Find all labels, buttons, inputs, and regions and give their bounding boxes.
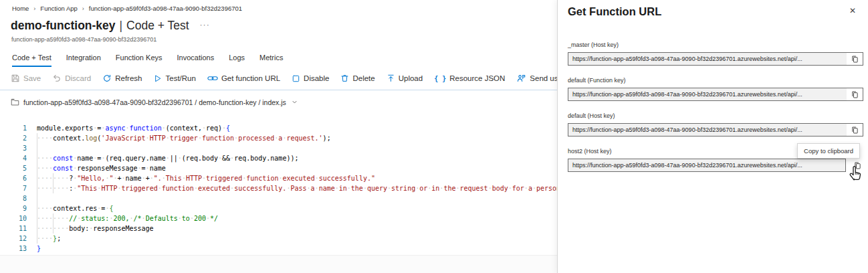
delete-button[interactable]: Delete — [340, 74, 374, 83]
discard-button: Discard — [52, 74, 91, 83]
line-number: 9 — [0, 203, 27, 213]
refresh-button[interactable]: Refresh — [102, 74, 142, 83]
copy-icon — [853, 161, 862, 170]
toolbar-button-label: Delete — [352, 74, 374, 82]
line-number: 4 — [0, 153, 27, 163]
upload-icon — [387, 74, 395, 83]
file-path-bar: function-app-a59f0fd3-a098-47aa-9090-bf3… — [11, 98, 298, 106]
tab-function-keys[interactable]: Function Keys — [116, 54, 162, 67]
line-number: 3 — [0, 143, 27, 153]
toolbar-divider — [0, 90, 557, 90]
breadcrumb-item-home[interactable]: Home — [12, 5, 29, 12]
code-line: 3 — [0, 143, 557, 153]
chevron-down-icon[interactable] — [292, 99, 298, 105]
get-function-url-panel: Get Function URL ✕ _master (Host key)htt… — [557, 0, 868, 273]
breadcrumb: Home›Function App›function-app-a59f0fd3-… — [12, 5, 242, 12]
code-line: 4····const·name·=·(req.query.name·||·(re… — [0, 153, 557, 163]
copy-button-hovered[interactable] — [851, 161, 863, 170]
save-button: Save — [11, 74, 41, 83]
url-field-label: default (Function key) — [568, 77, 863, 84]
function-url-value[interactable]: https://function-app-a59f0fd3-a098-47aa-… — [568, 159, 845, 171]
url-field-label: default (Host key) — [568, 112, 863, 120]
editor-bottom-strip — [0, 255, 557, 273]
feedback-icon — [516, 74, 526, 83]
tab-code-test[interactable]: Code + Test — [12, 54, 51, 67]
page-title: demo-function-key | Code + Test ··· — [11, 19, 210, 33]
toolbar-button-label: Discard — [65, 74, 91, 82]
play-icon — [153, 74, 162, 83]
copy-icon — [851, 55, 859, 64]
function-url-value[interactable]: https://function-app-a59f0fd3-a098-47aa-… — [568, 124, 847, 136]
tab-invocations[interactable]: Invocations — [177, 54, 215, 67]
breadcrumb-separator: › — [82, 5, 84, 12]
code-line: 2····context.log('JavaScript·HTTP·trigge… — [0, 133, 557, 143]
app-root: Home›Function App›function-app-a59f0fd3-… — [0, 0, 868, 273]
get-function-url-button[interactable]: Get function URL — [207, 74, 280, 82]
function-url-input[interactable]: https://function-app-a59f0fd3-a098-47aa-… — [568, 123, 863, 136]
code-line: 8 — [0, 193, 557, 203]
breadcrumb-item-function-app-a59f0fd3-a098-47a: function-app-a59f0fd3-a098-47aa-9090-bf3… — [89, 5, 242, 12]
link-icon — [207, 74, 218, 82]
line-number: 1 — [0, 123, 27, 133]
toolbar-button-label: Test/Run — [165, 74, 195, 82]
folder-icon — [11, 98, 19, 106]
function-url-input[interactable]: https://function-app-a59f0fd3-a098-47aa-… — [568, 52, 863, 66]
tab-metrics[interactable]: Metrics — [259, 54, 283, 67]
disable-button[interactable]: Disable — [292, 74, 329, 83]
url-field-default-host-key: default (Host key)https://function-app-a… — [568, 112, 863, 136]
function-url-value[interactable]: https://function-app-a59f0fd3-a098-47aa-… — [568, 53, 847, 65]
copy-button[interactable] — [847, 124, 863, 136]
code-line: 9····context.res·=·{ — [0, 203, 557, 213]
line-number: 7 — [0, 183, 27, 193]
tab-bar: Code + TestIntegrationFunction KeysInvoc… — [12, 54, 283, 67]
more-options-button[interactable]: ··· — [200, 21, 211, 29]
resource-json-button[interactable]: { }Resource JSON — [434, 74, 505, 82]
save-icon — [11, 74, 20, 83]
toolbar-button-label: Refresh — [115, 74, 142, 82]
toolbar: SaveDiscardRefreshTest/RunGet function U… — [11, 74, 609, 83]
url-field-list: _master (Host key)https://function-app-a… — [568, 41, 863, 183]
toolbar-button-label: Get function URL — [221, 74, 280, 82]
toolbar-button-label: Upload — [399, 74, 423, 82]
toolbar-button-label: Disable — [304, 74, 329, 82]
function-url-input[interactable]: https://function-app-a59f0fd3-a098-47aa-… — [568, 159, 846, 172]
upload-button[interactable]: Upload — [387, 74, 423, 83]
code-line: 12····}; — [0, 234, 557, 244]
code-editor[interactable]: 1module.exports·=·async·function·(contex… — [0, 123, 557, 255]
code-line: 1module.exports·=·async·function·(contex… — [0, 123, 557, 133]
copy-icon — [851, 126, 859, 134]
line-number: 10 — [0, 213, 27, 223]
line-number: 5 — [0, 163, 27, 173]
refresh-icon — [102, 74, 112, 83]
line-number: 12 — [0, 234, 27, 244]
copy-button[interactable] — [847, 88, 863, 100]
copy-button[interactable] — [847, 53, 863, 65]
url-field-default-function-key: default (Function key)https://function-a… — [568, 77, 863, 101]
indent-guide — [53, 173, 53, 193]
copy-tooltip: Copy to clipboard — [797, 143, 860, 159]
delete-icon — [340, 74, 349, 83]
file-path-text: function-app-a59f0fd3-a098-47aa-9090-bf3… — [23, 98, 286, 106]
function-url-input[interactable]: https://function-app-a59f0fd3-a098-47aa-… — [568, 88, 863, 101]
tab-logs[interactable]: Logs — [229, 54, 245, 67]
line-number: 6 — [0, 173, 27, 183]
indent-guide — [37, 133, 37, 244]
page-subtitle: function-app-a59f0fd3-a098-47aa-9090-bf3… — [11, 36, 156, 43]
line-number: 8 — [0, 193, 27, 203]
line-number: 11 — [0, 223, 27, 234]
toolbar-button-label: Save — [23, 74, 41, 82]
test-run-button[interactable]: Test/Run — [153, 74, 195, 83]
braces-icon: { } — [434, 75, 446, 82]
view-name: Code + Test — [126, 19, 189, 33]
code-line: 5····const·responseMessage·=·name — [0, 163, 557, 173]
url-field-master-host-key: _master (Host key)https://function-app-a… — [568, 41, 863, 66]
function-name: demo-function-key — [11, 19, 116, 33]
line-number: 2 — [0, 133, 27, 143]
close-icon[interactable]: ✕ — [849, 6, 856, 15]
code-line: 13} — [0, 244, 557, 254]
tab-integration[interactable]: Integration — [66, 54, 101, 67]
function-url-value[interactable]: https://function-app-a59f0fd3-a098-47aa-… — [568, 88, 847, 100]
code-line: 7········:·"This·HTTP·triggered·function… — [0, 183, 557, 193]
line-number: 13 — [0, 244, 27, 254]
breadcrumb-item-function-app[interactable]: Function App — [40, 5, 77, 12]
